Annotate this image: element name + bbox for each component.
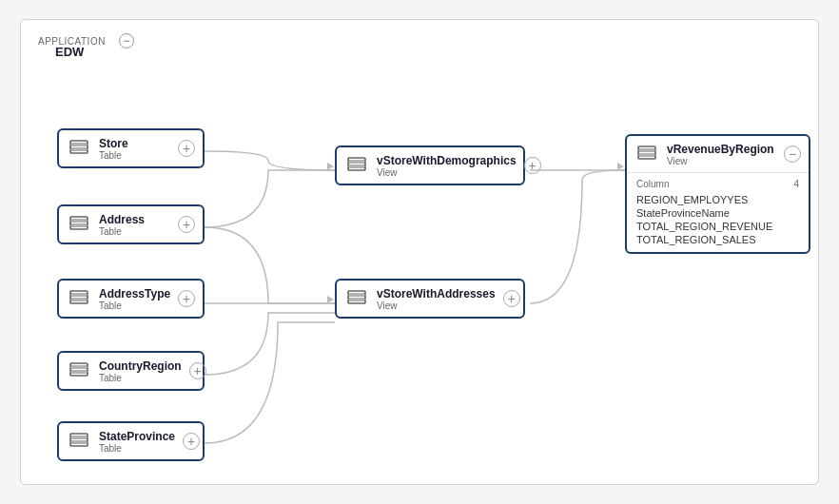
svg-marker-1 xyxy=(327,296,334,303)
node-address: Address Table + xyxy=(57,204,205,244)
vrevenuebyregion-info: vRevenueByRegion View xyxy=(667,143,776,166)
svg-rect-12 xyxy=(70,296,88,299)
vstorewithdemographics-info: vStoreWithDemographics View xyxy=(377,154,517,178)
vstorewithdemographics-type: View xyxy=(377,167,517,178)
address-name: Address xyxy=(99,213,170,226)
svg-rect-30 xyxy=(348,291,365,303)
node-vstorewithaddresses: vStoreWithAddresses View + xyxy=(335,279,525,319)
node-addresstype: AddressType Table + xyxy=(57,279,205,319)
svg-marker-0 xyxy=(327,163,334,170)
vstorewithaddresses-expand-button[interactable]: + xyxy=(503,290,520,307)
addresstype-table-icon xyxy=(67,286,91,311)
svg-rect-34 xyxy=(638,146,655,159)
svg-rect-26 xyxy=(348,158,365,170)
stateprovince-table-icon xyxy=(67,429,91,454)
vrevenuebyregion-columns: Column 4 REGION_EMPLOYYES StateProvinceN… xyxy=(627,173,809,252)
svg-rect-4 xyxy=(70,145,88,148)
address-table-icon xyxy=(67,212,91,237)
vstorewithdemographics-expand-button[interactable]: + xyxy=(524,157,541,174)
node-vrevenuebyregion: vRevenueByRegion View − Column 4 REGION_… xyxy=(625,134,810,254)
app-collapse-button[interactable]: − xyxy=(119,33,134,48)
svg-rect-22 xyxy=(70,434,88,446)
svg-rect-6 xyxy=(70,141,88,153)
app-header: EDW APPLICATION − xyxy=(38,33,134,48)
vrevenuebyregion-header: vRevenueByRegion View − xyxy=(627,136,809,173)
addresstype-name: AddressType xyxy=(99,287,170,300)
store-expand-button[interactable]: + xyxy=(178,140,195,157)
svg-rect-28 xyxy=(348,296,365,299)
column-row-2: StateProvinceName xyxy=(636,206,799,220)
node-store: Store Table + xyxy=(57,128,205,168)
columns-header: Column 4 xyxy=(636,179,799,189)
vstorewithaddresses-type: View xyxy=(377,300,496,311)
address-type: Table xyxy=(99,226,170,237)
column-row-4: TOTAL_REGION_SALES xyxy=(636,233,799,246)
svg-rect-20 xyxy=(70,438,88,441)
svg-marker-2 xyxy=(617,163,624,170)
column-row-3: TOTAL_REGION_REVENUE xyxy=(636,220,799,233)
svg-rect-24 xyxy=(348,163,365,165)
vrevenuebyregion-collapse-button[interactable]: − xyxy=(784,145,801,163)
stateprovince-type: Table xyxy=(99,443,175,454)
addresstype-info: AddressType Table xyxy=(99,287,170,311)
countryregion-expand-button[interactable]: + xyxy=(189,362,206,379)
vstorewithaddresses-icon xyxy=(344,286,369,311)
countryregion-table-icon xyxy=(67,359,91,383)
node-vstorewithdemographics: vStoreWithDemographics View + xyxy=(335,145,525,185)
store-name: Store xyxy=(99,137,170,150)
store-type: Table xyxy=(99,150,170,161)
node-stateprovince: StateProvince Table + xyxy=(57,421,205,461)
column-row-1: REGION_EMPLOYYES xyxy=(636,193,799,206)
column-count: 4 xyxy=(793,179,799,189)
stateprovince-name: StateProvince xyxy=(99,430,175,443)
vstorewithaddresses-info: vStoreWithAddresses View xyxy=(377,287,496,311)
svg-rect-10 xyxy=(70,217,88,229)
svg-rect-18 xyxy=(70,363,88,376)
vrevenuebyregion-name: vRevenueByRegion xyxy=(667,143,776,156)
address-expand-button[interactable]: + xyxy=(178,216,195,233)
address-info: Address Table xyxy=(99,213,170,237)
store-table-icon xyxy=(67,136,91,161)
store-info: Store Table xyxy=(99,137,170,161)
diagram-container: EDW APPLICATION − xyxy=(20,19,819,485)
addresstype-expand-button[interactable]: + xyxy=(178,290,195,307)
vstorewithaddresses-name: vStoreWithAddresses xyxy=(377,287,496,300)
vstorewithdemographics-icon xyxy=(344,153,369,178)
stateprovince-expand-button[interactable]: + xyxy=(183,433,200,450)
countryregion-info: CountryRegion Table xyxy=(99,359,182,383)
svg-rect-16 xyxy=(70,368,88,371)
addresstype-type: Table xyxy=(99,300,170,311)
column-label: Column xyxy=(636,179,669,189)
stateprovince-info: StateProvince Table xyxy=(99,430,175,454)
vrevenuebyregion-icon xyxy=(634,142,659,166)
countryregion-type: Table xyxy=(99,373,182,383)
svg-rect-32 xyxy=(638,151,655,154)
node-countryregion: CountryRegion Table + xyxy=(57,351,205,391)
svg-rect-14 xyxy=(70,291,88,303)
svg-rect-8 xyxy=(70,222,88,224)
app-title: EDW xyxy=(55,45,84,59)
vrevenuebyregion-type: View xyxy=(667,156,776,166)
vstorewithdemographics-name: vStoreWithDemographics xyxy=(377,154,517,167)
canvas: EDW APPLICATION − xyxy=(0,0,839,504)
countryregion-name: CountryRegion xyxy=(99,359,182,373)
